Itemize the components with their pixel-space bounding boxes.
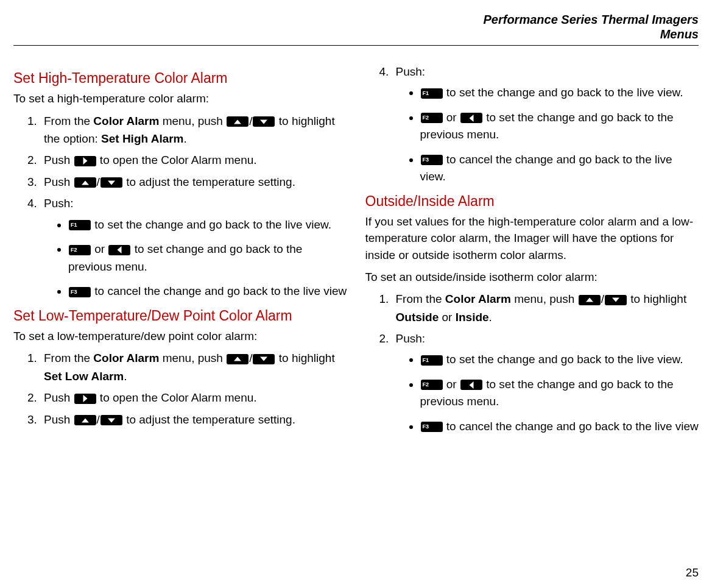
opt-f1: F1 to set the change and go back to the …	[420, 351, 699, 369]
f3-key-icon: F3	[421, 155, 443, 165]
right-column: Push: F1 to set the change and go back t…	[365, 63, 699, 442]
left-column: Set High-Temperature Color Alarm To set …	[13, 63, 347, 442]
push-options-outside-inside: F1 to set the change and go back to the …	[396, 351, 699, 435]
opt-f1: F1 to set the change and go back to the …	[420, 84, 699, 102]
f3-key-icon: F3	[69, 287, 91, 297]
f1-key-icon: F1	[421, 88, 443, 99]
up-arrow-icon	[579, 295, 601, 305]
f1-key-icon: F1	[421, 355, 443, 366]
steps-set-low-continued: Push: F1 to set the change and go back t…	[365, 63, 699, 186]
header-line-2: Menus	[13, 27, 699, 41]
left-arrow-icon	[460, 113, 482, 123]
f1-key-icon: F1	[69, 220, 91, 230]
intro-set-high: To set a high-temperature color alarm:	[13, 90, 347, 107]
step-2: Push to open the Color Alarm menu.	[40, 389, 347, 406]
opt-f3: F3 to cancel the change and go back to t…	[68, 283, 347, 300]
right-arrow-icon	[74, 394, 96, 404]
steps-set-low: From the Color Alarm menu, push / to hig…	[13, 349, 347, 428]
push-options-low: F1 to set the change and go back to the …	[396, 84, 699, 186]
step-1: From the Color Alarm menu, push / to hig…	[392, 290, 699, 326]
page: Performance Series Thermal Imagers Menus…	[0, 0, 712, 588]
section-title-set-low: Set Low-Temperature/Dew Point Color Alar…	[13, 308, 347, 324]
content-columns: Set High-Temperature Color Alarm To set …	[13, 63, 699, 442]
opt-f2: F2 or to set the change and go back to t…	[420, 376, 699, 411]
down-arrow-icon	[100, 415, 122, 425]
down-arrow-icon	[605, 295, 627, 305]
up-arrow-icon	[74, 415, 96, 425]
header-line-1: Performance Series Thermal Imagers	[13, 12, 699, 27]
step-2: Push to open the Color Alarm menu.	[40, 151, 347, 169]
step-4: Push: F1 to set the change and go back t…	[40, 194, 347, 300]
steps-set-high: From the Color Alarm menu, push / to hig…	[13, 112, 347, 300]
step-4: Push: F1 to set the change and go back t…	[392, 63, 699, 186]
f2-key-icon: F2	[421, 380, 443, 390]
intro-set-low: To set a low-temperature/dew point color…	[13, 328, 347, 345]
down-arrow-icon	[253, 116, 275, 127]
down-arrow-icon	[253, 354, 275, 364]
section-title-outside-inside: Outside/Inside Alarm	[365, 193, 699, 210]
down-arrow-icon	[100, 177, 122, 188]
f2-key-icon: F2	[421, 113, 443, 123]
para-outside-inside: If you set values for the high-temperatu…	[365, 213, 699, 264]
up-arrow-icon	[227, 354, 248, 364]
page-number: 25	[686, 566, 699, 579]
opt-f3: F3 to cancel the change and go back to t…	[420, 418, 699, 436]
left-arrow-icon	[460, 380, 482, 390]
step-3: Push / to adjust the temperature setting…	[40, 411, 347, 428]
page-header: Performance Series Thermal Imagers Menus	[13, 12, 699, 46]
intro-outside-inside: To set an outside/inside isotherm color …	[365, 269, 699, 286]
section-title-set-high: Set High-Temperature Color Alarm	[13, 70, 347, 87]
step-1: From the Color Alarm menu, push / to hig…	[40, 112, 347, 148]
opt-f1: F1 to set the change and go back to the …	[68, 216, 347, 234]
left-arrow-icon	[108, 245, 130, 255]
steps-outside-inside: From the Color Alarm menu, push / to hig…	[365, 290, 699, 435]
f3-key-icon: F3	[421, 422, 443, 432]
step-3: Push / to adjust the temperature setting…	[40, 173, 347, 191]
step-2: Push: F1 to set the change and go back t…	[392, 330, 699, 435]
push-options-high: F1 to set the change and go back to the …	[44, 216, 347, 300]
right-arrow-icon	[74, 156, 96, 166]
opt-f3: F3 to cancel the change and go back to t…	[420, 151, 699, 186]
opt-f2: F2 or to set the change and go back to t…	[420, 109, 699, 144]
up-arrow-icon	[227, 116, 248, 127]
step-1: From the Color Alarm menu, push / to hig…	[40, 349, 347, 385]
opt-f2: F2 or to set change and go back to the p…	[68, 241, 347, 275]
up-arrow-icon	[74, 177, 96, 188]
f2-key-icon: F2	[69, 245, 91, 255]
